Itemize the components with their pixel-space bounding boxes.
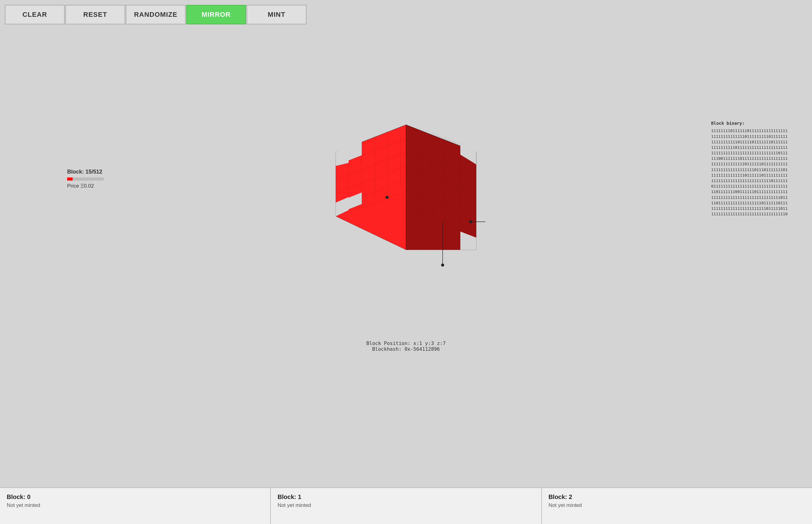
svg-marker-1 <box>336 125 406 250</box>
binary-title: Block binary: <box>711 120 787 126</box>
binary-line-2: 11111111111011111011111110111111 <box>711 139 787 145</box>
binary-line-7: 11111111111111111101110111111101 <box>711 167 787 172</box>
binary-panel: Block binary: 11111111011111101111111111… <box>711 120 787 217</box>
binary-line-1: 11111111111111011111111101111111 <box>711 134 787 139</box>
randomize-button[interactable]: RANDOMIZE <box>126 5 186 24</box>
binary-line-4: 11111111111111111111111111110111 <box>711 150 787 156</box>
clear-button[interactable]: CLEAR <box>5 5 65 24</box>
block-count-label: Block: 15/512 <box>67 169 104 175</box>
bottom-panel-label-2: Block: 2 <box>548 493 805 501</box>
price-label: Price Ξ0.02 <box>67 183 104 189</box>
bottom-panel-status-0: Not yet minted <box>7 502 264 508</box>
bottom-panel-0: Block: 0Not yet minted <box>0 488 271 524</box>
binary-line-8: 11111111111111011111101111111111 <box>711 173 787 178</box>
reset-button[interactable]: RESET <box>65 5 125 24</box>
bottom-panel-label-1: Block: 1 <box>277 493 534 501</box>
binary-lines: 1111111101111110111111111111111111111111… <box>711 128 787 217</box>
bottom-panel-label-0: Block: 0 <box>7 493 264 501</box>
bottom-panels: Block: 0Not yet mintedBlock: 1Not yet mi… <box>0 487 812 524</box>
progress-bar-fill <box>67 178 73 181</box>
block-hash-label: Blockhash: 0x-564112896 <box>366 346 446 352</box>
svg-marker-2 <box>406 125 476 250</box>
svg-point-33 <box>385 196 388 199</box>
binary-line-15: 11111111111111111111111111111110 <box>711 211 787 217</box>
binary-line-6: 11111111111111011111101111111111 <box>711 161 787 167</box>
binary-line-12: 11111111111111111111111111111011 <box>711 195 787 200</box>
binary-line-11: 11011111110011111101111111111111 <box>711 189 787 195</box>
binary-line-14: 11111111111111111111111011111011 <box>711 206 787 211</box>
bottom-panel-status-1: Not yet minted <box>277 502 534 508</box>
binary-line-5: 11100111111101111111111111111111 <box>711 156 787 161</box>
block-position-panel: Block Position: x:1 y:3 z:7 Blockhash: 0… <box>366 340 446 352</box>
bottom-panel-2: Block: 2Not yet minted <box>542 488 812 524</box>
binary-line-10: 01111111111111111111111111111111 <box>711 184 787 189</box>
cube-svg[interactable] <box>327 116 485 274</box>
binary-line-13: 11011111111111111111101111110111 <box>711 200 787 206</box>
progress-bar-background <box>67 178 104 181</box>
block-position-label: Block Position: x:1 y:3 z:7 <box>366 340 446 346</box>
cube-container[interactable] <box>327 116 485 274</box>
toolbar: CLEARRESETRANDOMIZEMIRRORMINT <box>0 0 312 29</box>
mint-button[interactable]: MINT <box>246 5 306 24</box>
bottom-panel-status-2: Not yet minted <box>548 502 805 508</box>
bottom-panel-1: Block: 1Not yet minted <box>271 488 542 524</box>
main-area: Block: 15/512 Price Ξ0.02 <box>0 31 812 359</box>
binary-line-0: 11111111011111101111111111111111 <box>711 128 787 134</box>
mirror-button[interactable]: MIRROR <box>186 5 246 24</box>
binary-line-3: 11111111110111111111111111111111 <box>711 145 787 150</box>
binary-line-9: 11111111111111111111111110111111 <box>711 178 787 184</box>
block-info-panel: Block: 15/512 Price Ξ0.02 <box>67 169 104 189</box>
